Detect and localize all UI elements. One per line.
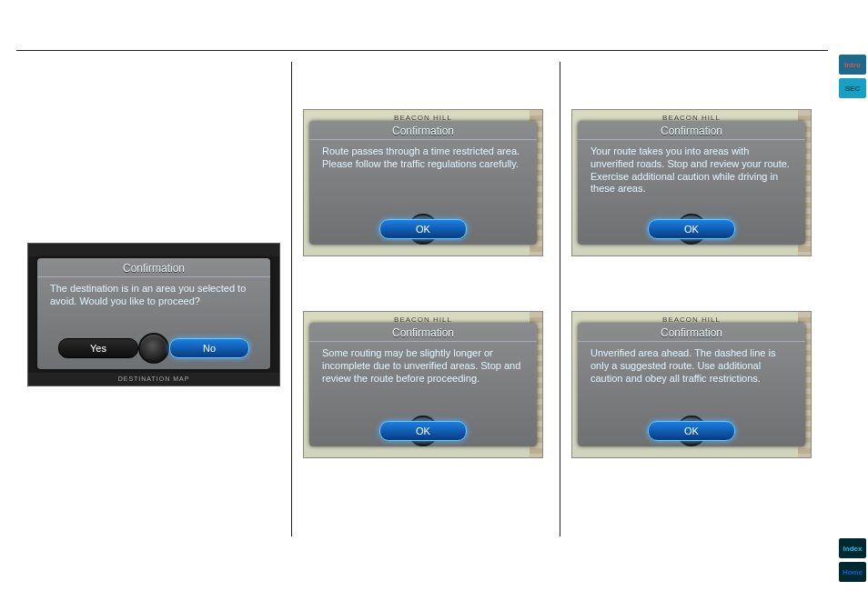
dialog-separator xyxy=(309,139,537,140)
column-1: Confirmation The destination is in an ar… xyxy=(16,55,291,582)
dialog-title: Confirmation xyxy=(309,121,537,139)
dialog-buttons: OK xyxy=(578,217,805,245)
dialog-buttons: OK xyxy=(578,419,805,446)
tab-home[interactable]: Home xyxy=(839,562,866,582)
dialog-buttons: Yes No xyxy=(37,331,270,369)
screenshot-unverified-roads: BEACON HILL Confirmation Your route take… xyxy=(571,109,812,256)
ok-button[interactable]: OK xyxy=(648,421,735,441)
dialog-body: The destination is in an area you select… xyxy=(37,279,270,331)
confirmation-dialog-unverified-ahead: Confirmation Unverified area ahead. The … xyxy=(578,323,805,446)
screenshot-avoid-area: Confirmation The destination is in an ar… xyxy=(27,243,280,386)
screenshot-bottombar: DESTINATION MAP xyxy=(28,373,279,386)
tab-index[interactable]: Index xyxy=(839,538,866,558)
dialog-separator xyxy=(37,276,270,277)
dialog-title: Confirmation xyxy=(578,323,805,341)
dialog-buttons: OK xyxy=(309,419,537,446)
side-tabs-bottom: Index Home xyxy=(839,538,866,582)
top-rule xyxy=(16,50,828,51)
dialog-title: Confirmation xyxy=(578,121,805,139)
confirmation-dialog-avoid: Confirmation The destination is in an ar… xyxy=(37,258,270,369)
screenshot-unverified-routing: BEACON HILL Confirmation Some routing ma… xyxy=(303,311,543,458)
dialog-body: Some routing may be slightly longer or i… xyxy=(309,344,537,419)
screenshot-unverified-ahead: BEACON HILL Confirmation Unverified area… xyxy=(571,311,812,458)
confirmation-dialog-unverified-roads: Confirmation Your route takes you into a… xyxy=(578,121,805,245)
screenshot-time-restricted: BEACON HILL Confirmation Route passes th… xyxy=(303,109,543,256)
tab-sec[interactable]: SEC xyxy=(839,78,866,98)
yes-button[interactable]: Yes xyxy=(58,338,138,358)
dialog-title: Confirmation xyxy=(37,258,270,276)
dialog-body: Unverified area ahead. The dashed line i… xyxy=(578,344,805,419)
dialog-buttons: OK xyxy=(309,217,537,245)
rotary-knob-icon xyxy=(138,333,169,364)
confirmation-dialog-routing: Confirmation Some routing may be slightl… xyxy=(309,323,537,446)
dialog-separator xyxy=(309,341,537,342)
content-columns: Confirmation The destination is in an ar… xyxy=(16,55,828,582)
no-button[interactable]: No xyxy=(169,338,249,358)
dialog-body: Route passes through a time restricted a… xyxy=(309,142,537,217)
dialog-body: Your route takes you into areas with unv… xyxy=(578,142,805,217)
tab-intro[interactable]: Intro xyxy=(839,55,866,75)
side-tabs-top: Intro SEC xyxy=(839,55,866,98)
dialog-separator xyxy=(578,341,805,342)
ok-button[interactable]: OK xyxy=(379,421,467,441)
dialog-separator xyxy=(578,139,805,140)
confirmation-dialog-time: Confirmation Route passes through a time… xyxy=(309,121,537,245)
column-2: BEACON HILL Confirmation Route passes th… xyxy=(292,55,560,582)
dialog-title: Confirmation xyxy=(309,323,537,341)
ok-button[interactable]: OK xyxy=(379,219,467,239)
ok-button[interactable]: OK xyxy=(648,219,735,239)
screenshot-topbar xyxy=(28,244,279,256)
column-3: BEACON HILL Confirmation Your route take… xyxy=(560,55,828,582)
